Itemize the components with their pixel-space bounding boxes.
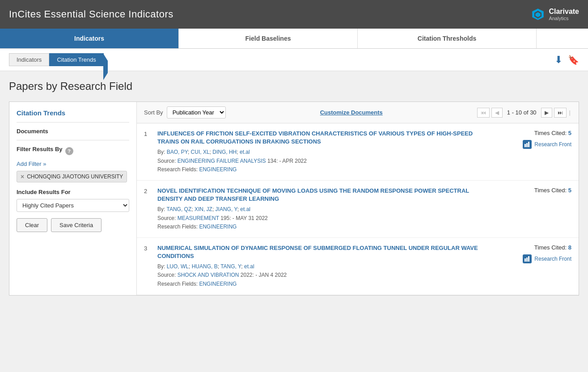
toolbar-icons: ⬇ 🔖 [554,54,579,66]
author-link[interactable]: HUANG, B [192,263,218,270]
breadcrumb-indicators[interactable]: Indicators [9,53,49,66]
author-link[interactable]: CUI, XL [191,149,210,155]
clarivate-logo-icon [531,7,545,21]
source-link[interactable]: SHOCK AND VIBRATION [178,272,239,278]
sort-bar-left: Sort By Publication Year Times Cited Aut… [144,106,226,118]
table-row: 3 NUMERICAL SIMULATION OF DYNAMIC RESPON… [137,238,579,295]
author-link[interactable]: LUO, WL [167,263,189,270]
times-cited: Times Cited: 5 [500,130,571,136]
paper-title[interactable]: NOVEL IDENTIFICATION TECHNIQUE OF MOVING… [157,187,495,203]
source-link[interactable]: ENGINEERING FAILURE ANALYSIS [178,158,266,164]
bookmark-icon[interactable]: 🔖 [568,55,579,65]
add-filter-link[interactable]: Add Filter » [17,161,129,167]
paper-meta: By: LUO, WL; HUANG, B; TANG, Y; et.al So… [157,262,495,288]
save-criteria-button[interactable]: Save Criteria [51,218,102,232]
main-layout: Citation Trends Documents Filter Results… [9,101,579,296]
clarivate-logo-text: Clarivate Analytics [549,8,579,21]
action-buttons: Clear Save Criteria [17,218,129,232]
tab-indicators[interactable]: Indicators [0,29,179,48]
svg-rect-8 [528,256,529,262]
filter-results-by: Filter Results By ? [17,146,129,156]
paper-content: INFLUENCES OF FRICTION SELF-EXCITED VIBR… [157,130,495,174]
clear-button[interactable]: Clear [17,218,47,232]
paper-right: Times Cited: 8 Research Front [500,244,571,263]
papers-list: 1 INFLUENCES OF FRICTION SELF-EXCITED VI… [137,123,579,295]
times-cited-number[interactable]: 5 [568,187,571,194]
paper-number: 3 [144,244,152,252]
author-link[interactable]: TANG, QZ [166,206,191,212]
author-link[interactable]: BAO, PY [167,149,188,155]
paper-meta: By: TANG, QZ; XIN, JZ; JIANG, Y; et.al S… [157,205,495,231]
times-cited-number[interactable]: 8 [568,244,571,251]
source-link[interactable]: MEASUREMENT [178,215,219,221]
author-link[interactable]: DING, HH [212,149,237,155]
rf-svg-icon [524,256,530,262]
next-page-button[interactable]: ▶ [541,108,552,118]
author-et-al[interactable]: et.al [244,263,254,270]
author-link[interactable]: JIANG, Y [216,206,237,212]
nav-tabs: Indicators Field Baselines Citation Thre… [0,29,588,49]
pagination: ⏮ ◀ 1 - 10 of 30 ▶ ⏭ | [477,108,571,118]
page-sep: | [569,109,571,116]
svg-rect-4 [526,143,528,147]
filter-help-icon[interactable]: ? [65,147,73,155]
paper-right: Times Cited: 5 [500,187,571,197]
paper-content: NOVEL IDENTIFICATION TECHNIQUE OF MOVING… [157,187,495,231]
content-area: Sort By Publication Year Times Cited Aut… [137,102,579,295]
svg-rect-3 [525,144,526,147]
paper-right: Times Cited: 5 Research Front [500,130,571,149]
research-front-icon [523,140,532,149]
prev-page-button[interactable]: ◀ [491,108,503,118]
field-link[interactable]: ENGINEERING [199,281,237,287]
sidebar-divider-2 [17,140,129,140]
times-cited: Times Cited: 8 [500,244,571,251]
include-select[interactable]: Highly Cited Papers Hot Papers All Paper… [17,199,129,212]
first-page-button[interactable]: ⏮ [477,108,490,118]
download-icon[interactable]: ⬇ [554,54,563,66]
customize-documents-link[interactable]: Customize Documents [320,109,383,116]
research-front-badge: Research Front [500,140,571,149]
field-link[interactable]: ENGINEERING [199,224,237,230]
sidebar: Citation Trends Documents Filter Results… [9,102,137,295]
paper-title[interactable]: NUMERICAL SIMULATION OF DYNAMIC RESPONSE… [157,244,495,260]
page-title: Papers by Research Field [9,80,579,93]
page-info: 1 - 10 of 30 [507,109,537,116]
author-et-al[interactable]: et.al [240,206,250,212]
sort-bar: Sort By Publication Year Times Cited Aut… [137,102,579,123]
filter-label: Filter Results By [17,146,63,152]
research-front-badge: Research Front [500,254,571,263]
page-body: Papers by Research Field Citation Trends… [0,71,588,304]
filter-tag-remove[interactable]: × [21,173,24,180]
paper-number: 2 [144,187,152,194]
table-row: 2 NOVEL IDENTIFICATION TECHNIQUE OF MOVI… [137,181,579,238]
include-label: Include Results For [17,189,129,195]
tab-field-baselines[interactable]: Field Baselines [179,29,358,48]
rf-svg-icon [524,141,530,148]
breadcrumb: Indicators Citation Trends [9,53,104,66]
svg-rect-7 [526,258,528,262]
times-cited: Times Cited: 5 [500,187,571,194]
paper-meta: By: BAO, PY; CUI, XL; DING, HH; et.al So… [157,148,495,174]
breadcrumb-bar: Indicators Citation Trends ⬇ 🔖 [0,49,588,71]
svg-rect-5 [528,142,529,147]
author-et-al[interactable]: et.al [240,149,250,155]
paper-content: NUMERICAL SIMULATION OF DYNAMIC RESPONSE… [157,244,495,288]
research-front-link[interactable]: Research Front [534,141,571,148]
last-page-button[interactable]: ⏭ [554,108,567,118]
sidebar-documents-label: Documents [17,128,129,135]
author-link[interactable]: XIN, JZ [195,206,212,212]
paper-number: 1 [144,130,152,137]
sidebar-divider-1 [17,122,129,123]
clarivate-logo: Clarivate Analytics [531,7,579,21]
sort-select[interactable]: Publication Year Times Cited Author [167,106,226,118]
research-front-link[interactable]: Research Front [534,256,571,262]
times-cited-number[interactable]: 5 [568,130,571,136]
author-link[interactable]: TANG, Y [220,263,241,270]
field-link[interactable]: ENGINEERING [199,166,237,173]
table-row: 1 INFLUENCES OF FRICTION SELF-EXCITED VI… [137,123,579,181]
sidebar-citation-trends[interactable]: Citation Trends [17,109,129,117]
breadcrumb-citation-trends[interactable]: Citation Trends [49,53,103,66]
research-front-icon [523,254,532,263]
tab-citation-thresholds[interactable]: Citation Thresholds [358,29,537,48]
paper-title[interactable]: INFLUENCES OF FRICTION SELF-EXCITED VIBR… [157,130,495,146]
